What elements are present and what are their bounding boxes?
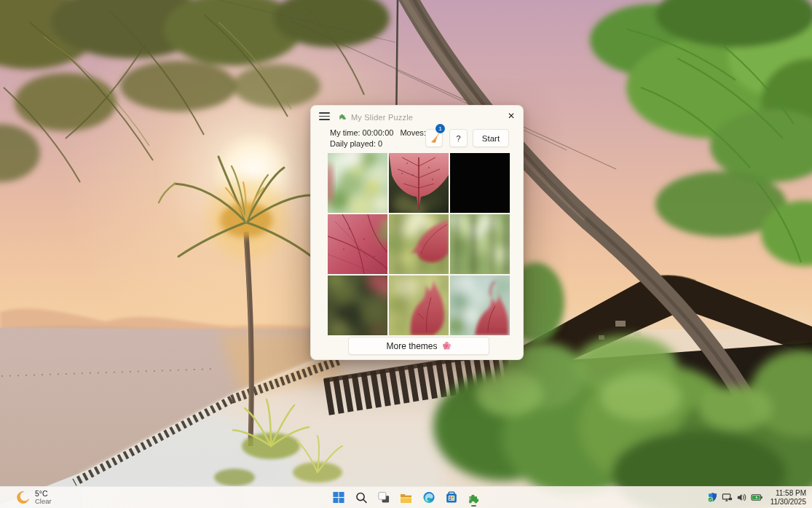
stats-line-1: My time:00:00:00Moves:0: [330, 128, 433, 138]
puzzle-tile-r3c1[interactable]: [328, 276, 387, 335]
edge-icon: [422, 491, 435, 504]
task-view-icon: [377, 491, 390, 504]
help-button[interactable]: ?: [449, 129, 468, 147]
edge-button[interactable]: [419, 488, 438, 507]
puzzle-tile-r3c2[interactable]: [389, 276, 449, 335]
weather-condition: Clear: [35, 498, 52, 506]
taskbar-apps: [329, 487, 483, 508]
slider-puzzle-taskbar-button[interactable]: [465, 488, 483, 507]
battery-icon[interactable]: [751, 492, 763, 503]
puzzle-tile-r1c3-empty: [450, 153, 510, 213]
desktop: My Slider Puzzle ✕ My time:00:00:00Moves…: [0, 0, 812, 508]
clock-time: 11:58 PM: [770, 489, 806, 498]
daily-played-value: 0: [378, 139, 382, 148]
windows-logo-icon: [332, 491, 344, 504]
weather-temperature: 5°C: [35, 490, 52, 498]
system-tray: 11:58 PM 11/30/2025: [707, 487, 806, 508]
my-time-label: My time:: [330, 128, 360, 137]
weather-widget[interactable]: 5°C Clear: [16, 487, 52, 508]
moves-label: Moves:: [400, 128, 425, 137]
microsoft-store-icon: [445, 491, 457, 504]
app-puzzle-piece-icon: [338, 112, 347, 121]
window-title: My Slider Puzzle: [351, 113, 413, 122]
puzzle-tile-r3c3[interactable]: [450, 276, 510, 335]
more-themes-label: More themes: [386, 341, 437, 351]
microsoft-store-button[interactable]: [442, 488, 460, 507]
file-explorer-button[interactable]: [397, 488, 415, 507]
crescent-moon-icon: [16, 491, 30, 504]
more-themes-button[interactable]: More themes: [348, 337, 489, 355]
file-explorer-icon: [400, 491, 413, 504]
megaphone-icon: [429, 133, 440, 144]
flower-icon: [442, 341, 452, 351]
task-view-button[interactable]: [374, 488, 393, 507]
puzzle-tile-r1c1[interactable]: [328, 153, 387, 213]
slider-puzzle-window: My Slider Puzzle ✕ My time:00:00:00Moves…: [310, 105, 524, 360]
puzzle-tile-r2c2[interactable]: [389, 214, 449, 274]
hint-badge: 1: [435, 124, 445, 133]
stats-line-2: Daily played:0: [330, 138, 433, 149]
menu-hamburger-icon[interactable]: [319, 112, 330, 121]
my-time-value: 00:00:00: [363, 128, 394, 137]
start-button[interactable]: Start: [473, 129, 509, 147]
taskbar: 5°C Clear: [0, 486, 812, 508]
network-display-icon[interactable]: [722, 492, 733, 503]
search-button[interactable]: [352, 488, 370, 507]
close-icon[interactable]: ✕: [503, 108, 519, 124]
stats-block: My time:00:00:00Moves:0 Daily played:0: [330, 128, 433, 149]
tray-icons[interactable]: [707, 492, 763, 503]
puzzle-tile-r2c1[interactable]: [328, 214, 387, 274]
puzzle-tile-r1c2[interactable]: [389, 153, 449, 213]
volume-icon[interactable]: [736, 492, 747, 503]
titlebar[interactable]: My Slider Puzzle ✕: [311, 106, 523, 128]
active-app-indicator: [471, 505, 476, 507]
puzzle-tile-r2c3[interactable]: [450, 214, 510, 274]
puzzle-piece-icon: [468, 491, 481, 504]
taskbar-clock[interactable]: 11:58 PM 11/30/2025: [770, 489, 806, 506]
puzzle-grid: [328, 153, 510, 335]
security-shield-icon[interactable]: [707, 492, 718, 503]
search-icon: [355, 491, 367, 504]
start-button-taskbar[interactable]: [329, 488, 347, 507]
clock-date: 11/30/2025: [770, 498, 806, 507]
daily-played-label: Daily played:: [330, 139, 376, 148]
